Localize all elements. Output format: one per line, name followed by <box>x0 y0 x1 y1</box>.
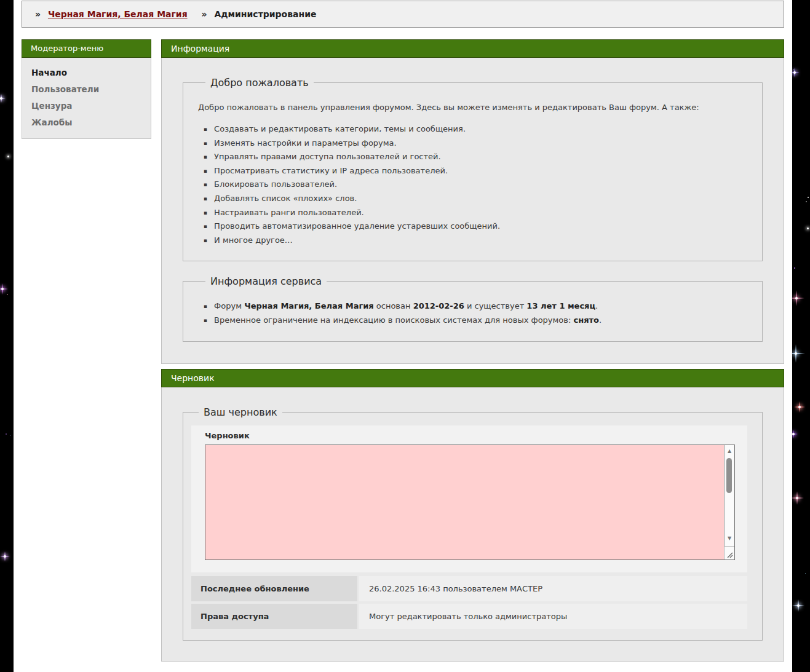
breadcrumb-current: Администрирование <box>214 9 316 19</box>
star-flare <box>790 491 804 505</box>
draft-field-label: Черновик <box>205 431 735 440</box>
info-panel-body: Добро пожаловать Добро пожаловать в пане… <box>161 58 784 364</box>
textarea-scrollbar[interactable]: ▲ ▼ <box>724 445 734 559</box>
square-bullet-icon: ▪ <box>204 303 207 309</box>
list-item: ▪Изменять настройки и параметры форума. <box>204 136 747 151</box>
square-bullet-icon: ▪ <box>204 154 207 160</box>
draft-panel-title: Черновик <box>161 369 784 387</box>
welcome-feature-list: ▪Создавать и редактировать категории, те… <box>198 122 747 247</box>
square-bullet-icon: ▪ <box>204 317 207 323</box>
meta-value: 26.02.2025 16:43 пользователем МАСТЕР <box>359 576 747 601</box>
scroll-thumb[interactable] <box>726 458 732 493</box>
welcome-fieldset: Добро пожаловать Добро пожаловать в пане… <box>183 77 763 261</box>
list-item: ▪Настраивать ранги пользователей. <box>204 206 747 220</box>
draft-editor-box: Черновик ▲ ▼ <box>191 425 747 572</box>
service-info-legend: Информация сервиса <box>205 275 327 287</box>
service-info-fieldset: Информация сервиса ▪Форум Черная Магия, … <box>183 275 763 341</box>
square-bullet-icon: ▪ <box>204 168 207 174</box>
welcome-legend: Добро пожаловать <box>205 77 314 89</box>
sidebar-item-link[interactable]: Пользователи <box>22 81 151 98</box>
breadcrumb-separator: » <box>202 9 207 19</box>
info-panel: Информация Добро пожаловать Добро пожало… <box>161 39 784 364</box>
list-item: ▪Временное ограничение на индексацию в п… <box>204 314 747 328</box>
table-row: Последнее обновление26.02.2025 16:43 пол… <box>191 576 747 601</box>
star-flare <box>792 599 804 612</box>
square-bullet-icon: ▪ <box>204 126 207 132</box>
page-container: » Черная Магия, Белая Магия » Администри… <box>14 0 792 672</box>
list-item: ▪Форум Черная Магия, Белая Магия основан… <box>204 299 747 314</box>
star-flare <box>794 401 805 413</box>
resize-grip-icon[interactable] <box>724 546 734 559</box>
square-bullet-icon: ▪ <box>204 210 207 216</box>
info-panel-title: Информация <box>161 39 784 58</box>
sidebar-item-active[interactable]: Начало <box>22 65 151 81</box>
star-dot <box>794 267 795 269</box>
square-bullet-icon: ▪ <box>204 237 207 243</box>
list-item: ▪Создавать и редактировать категории, те… <box>204 122 747 136</box>
breadcrumb-forum-link[interactable]: Черная Магия, Белая Магия <box>48 9 188 19</box>
square-bullet-icon: ▪ <box>204 140 207 146</box>
list-item: ▪Проводить автоматизированное удаление у… <box>204 219 747 234</box>
draft-meta-table: Последнее обновление26.02.2025 16:43 пол… <box>191 574 747 631</box>
draft-panel: Черновик Ваш черновик Черновик ▲ ▼ <box>161 369 784 662</box>
breadcrumb-separator: » <box>35 9 41 19</box>
list-item: ▪Добавлять список «плохих» слов. <box>204 192 747 206</box>
welcome-intro-text: Добро пожаловать в панель управления фор… <box>198 101 747 114</box>
draft-textarea-frame: ▲ ▼ <box>205 445 735 560</box>
scroll-down-icon[interactable]: ▼ <box>725 534 734 544</box>
square-bullet-icon: ▪ <box>204 223 207 229</box>
meta-label: Последнее обновление <box>191 576 359 601</box>
star-dot <box>807 227 809 229</box>
star-dot <box>10 435 10 436</box>
star-dot <box>805 573 806 574</box>
draft-textarea[interactable] <box>205 445 724 559</box>
sidebar-item-link[interactable]: Цензура <box>22 98 151 114</box>
service-info-list: ▪Форум Черная Магия, Белая Магия основан… <box>198 299 747 327</box>
list-item: ▪И многое другое… <box>204 234 747 248</box>
star-dot <box>808 197 809 198</box>
star-dot <box>7 156 9 157</box>
list-item: ▪Просматривать статистику и IP адреса по… <box>204 164 747 178</box>
star-flare <box>0 94 6 103</box>
meta-value: Могут редактировать только администратор… <box>359 604 747 629</box>
draft-panel-body: Ваш черновик Черновик ▲ ▼ <box>161 387 784 662</box>
list-item: ▪Управлять правами доступа пользователей… <box>204 150 747 164</box>
star-dot <box>806 201 807 202</box>
scroll-up-icon[interactable]: ▲ <box>725 446 734 456</box>
star-dot <box>6 433 7 435</box>
sidebar-menu: НачалоПользователиЦензураЖалобы <box>22 58 151 139</box>
sidebar-item-link[interactable]: Жалобы <box>22 114 151 131</box>
breadcrumb: » Черная Магия, Белая Магия » Администри… <box>22 1 784 28</box>
table-row: Права доступаМогут редактировать только … <box>191 604 747 629</box>
draft-fieldset: Ваш черновик Черновик ▲ ▼ <box>183 406 763 641</box>
main-content: Информация Добро пожаловать Добро пожало… <box>161 39 784 662</box>
list-item: ▪Блокировать пользователей. <box>204 178 747 192</box>
star-flare <box>0 551 10 561</box>
sidebar-title: Модератор-меню <box>22 39 151 58</box>
square-bullet-icon: ▪ <box>204 181 207 188</box>
draft-legend: Ваш черновик <box>199 406 282 418</box>
star-flare <box>0 283 8 294</box>
sidebar: Модератор-меню НачалоПользователиЦензура… <box>22 39 151 139</box>
content-columns: Модератор-меню НачалоПользователиЦензура… <box>22 39 784 662</box>
square-bullet-icon: ▪ <box>204 196 207 202</box>
meta-label: Права доступа <box>191 604 359 629</box>
